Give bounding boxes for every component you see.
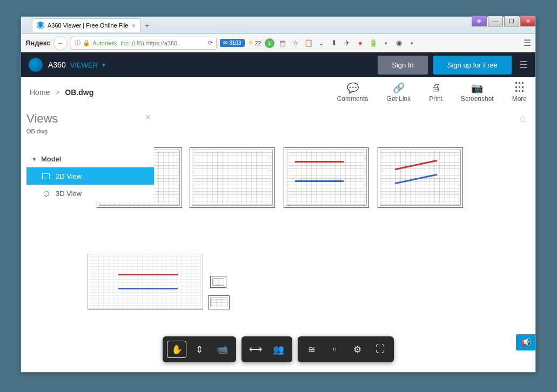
close-panel-icon[interactable]: × <box>145 112 151 123</box>
pan-tool[interactable]: ✋ <box>167 341 186 358</box>
view-3d-item[interactable]: 3D View <box>26 185 154 202</box>
star-icon[interactable]: ☆ <box>291 38 300 48</box>
feedback-button[interactable]: 📢 <box>516 334 535 350</box>
battery-icon[interactable]: 🔋 <box>368 38 378 48</box>
drawing-sheet <box>284 147 369 208</box>
back-button[interactable]: ← <box>53 36 68 50</box>
fullscreen-tool[interactable]: ⛶ <box>370 341 390 358</box>
toolbar-group-settings: ≋ ▫ ⚙ ⛶ <box>298 336 394 362</box>
drawing-sheet <box>378 147 463 208</box>
breadcrumb-home[interactable]: Home <box>30 88 50 97</box>
tab-title: A360 Viewer | Free Online File <box>48 22 128 29</box>
clipboard-icon[interactable]: 📋 <box>304 38 313 48</box>
app-brand: A360 <box>48 60 66 69</box>
toolbar-icon[interactable]: ▤ <box>278 38 287 48</box>
weather-widget[interactable]: ☀22 <box>248 39 261 46</box>
view-2d-item[interactable]: 2D View <box>26 167 154 185</box>
browser-tab[interactable]: A360 Viewer | Free Online File × <box>32 18 140 32</box>
close-window-button[interactable] <box>520 16 535 26</box>
content-area: ⌂ × Views OB.dwg ▼ Model 2D View 3D View <box>21 107 535 372</box>
comment-icon: 💬 <box>347 82 359 93</box>
new-tab-button[interactable]: + <box>145 21 149 30</box>
home-icon[interactable]: ⌂ <box>520 113 526 124</box>
extension-button[interactable] <box>472 16 487 26</box>
app-header: A360 VIEWER ▼ Sign In Sign up for Free ☰ <box>21 52 535 77</box>
url-text: https://a360. <box>146 40 206 46</box>
breadcrumb: Home > OB.dwg <box>30 88 93 97</box>
fit-tool[interactable]: ⇕ <box>190 341 209 358</box>
print-button[interactable]: 🖨 Print <box>429 82 442 103</box>
chevron-down-icon[interactable]: ▾ <box>381 38 391 48</box>
views-panel: × Views OB.dwg ▼ Model 2D View 3D View <box>26 112 154 202</box>
favicon-icon <box>37 22 44 29</box>
camera-tool[interactable]: 📹 <box>212 341 232 358</box>
lock-icon: 🔒 <box>83 39 90 46</box>
info-icon: ⓘ <box>75 39 80 47</box>
screenshot-button[interactable]: 📷 Screenshot <box>461 82 494 103</box>
print-icon: 🖨 <box>431 82 441 93</box>
toolbar-group-nav: ✋ ⇕ 📹 <box>163 336 236 362</box>
reload-icon[interactable]: ⟳ <box>208 39 213 46</box>
caret-down-icon: ▼ <box>32 157 37 162</box>
more-button[interactable]: More <box>512 82 527 103</box>
layers-tool[interactable]: ≋ <box>302 341 321 358</box>
properties-tool[interactable]: ▫ <box>325 341 344 358</box>
toolbar-icon[interactable]: 2 <box>265 38 274 48</box>
drawing-sheet <box>190 147 275 208</box>
drawing-sheet <box>86 252 205 312</box>
toolbar-group-measure: ⟷ 👥 <box>241 336 292 362</box>
toolbar-icon[interactable]: ◉ <box>394 38 404 48</box>
view3d-icon <box>42 189 50 198</box>
markup-tool[interactable]: 👥 <box>269 341 288 358</box>
action-bar: Home > OB.dwg 💬 Comments 🔗 Get Link 🖨 Pr… <box>21 77 535 107</box>
signup-button[interactable]: Sign up for Free <box>433 56 512 75</box>
signin-button[interactable]: Sign In <box>378 56 427 75</box>
camera-icon: 📷 <box>471 82 483 93</box>
breadcrumb-separator: > <box>55 88 59 97</box>
breadcrumb-current: OB.dwg <box>65 88 93 97</box>
toolbar-icon[interactable]: ● <box>355 38 365 48</box>
chevron-down-icon[interactable]: ▼ <box>101 62 106 68</box>
tree-node-model[interactable]: ▼ Model <box>26 151 154 167</box>
tab-close-icon[interactable]: × <box>131 22 136 30</box>
views-title: Views <box>26 112 154 126</box>
download-icon[interactable]: ⬇ <box>330 38 339 48</box>
search-engine-label[interactable]: Яндекс <box>25 39 50 47</box>
drawing-sheet <box>210 276 226 288</box>
mail-badge[interactable]: ✉ 3103 <box>220 39 244 47</box>
app-menu-icon[interactable]: ☰ <box>519 59 528 71</box>
measure-tool[interactable]: ⟷ <box>246 341 265 358</box>
browser-window: A360 Viewer | Free Online File × + Яндек… <box>21 16 536 373</box>
url-input[interactable]: ⓘ 🔒 Autodesk, Inc. (US) https://a360. ⟳ <box>71 37 217 50</box>
chevron-down-icon[interactable]: ▾ <box>407 38 417 48</box>
view2d-icon <box>42 172 50 180</box>
a360-logo-icon[interactable] <box>29 58 43 72</box>
pocket-icon[interactable]: ⌄ <box>317 38 326 48</box>
viewer-toolbar: ✋ ⇕ 📹 ⟷ 👥 ≋ ▫ ⚙ ⛶ <box>163 336 394 362</box>
app-mode[interactable]: VIEWER <box>70 61 98 69</box>
settings-tool[interactable]: ⚙ <box>347 341 367 358</box>
drawing-sheet <box>208 295 230 309</box>
send-icon[interactable]: ✈ <box>343 38 352 48</box>
browser-menu-icon[interactable]: ☰ <box>524 38 531 48</box>
grid-icon <box>515 82 524 93</box>
views-filename: OB.dwg <box>26 128 154 134</box>
titlebar: A360 Viewer | Free Online File × + <box>21 17 535 34</box>
maximize-button[interactable] <box>504 16 519 26</box>
getlink-button[interactable]: 🔗 Get Link <box>387 82 411 103</box>
comments-button[interactable]: 💬 Comments <box>337 82 368 103</box>
link-icon: 🔗 <box>393 82 405 93</box>
address-bar: Яндекс ← ⓘ 🔒 Autodesk, Inc. (US) https:/… <box>21 34 535 52</box>
minimize-button[interactable] <box>488 16 503 26</box>
cert-label: Autodesk, Inc. (US) <box>92 40 144 46</box>
